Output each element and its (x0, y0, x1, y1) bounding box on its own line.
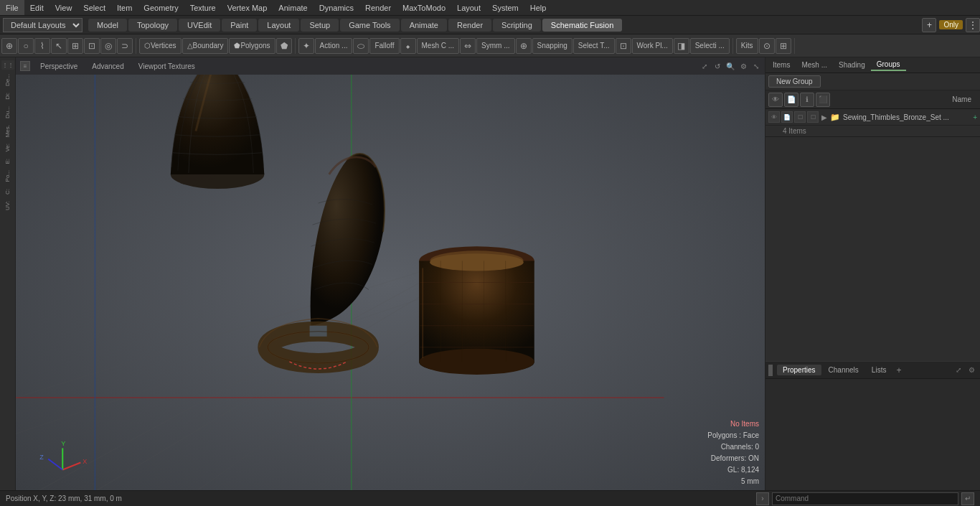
gi-eye-icon[interactable]: 👁 (768, 111, 780, 123)
prop-settings-icon[interactable]: ⚙ (966, 365, 977, 376)
tab-render[interactable]: Render (448, 19, 491, 32)
tool-icon-3[interactable]: ↖ (51, 38, 67, 54)
sidebar-item-c[interactable]: C: (3, 186, 12, 197)
menu-geometry[interactable]: Geometry (138, 0, 184, 15)
tool-icon-4[interactable]: ⊞ (67, 38, 83, 54)
menu-view[interactable]: View (50, 0, 78, 15)
viewport-refresh-icon[interactable]: ↺ (712, 60, 723, 72)
group-eye-icon[interactable]: 👁 (768, 93, 783, 107)
vertices-button[interactable]: ⬡ Vertices (139, 38, 182, 54)
kits-icon2[interactable]: ⊞ (776, 38, 791, 54)
snapping-icon[interactable]: ⊕ (516, 38, 532, 54)
command-arrow-icon[interactable]: › (756, 492, 769, 505)
command-input[interactable] (772, 492, 958, 505)
tab-setup[interactable]: Setup (301, 19, 339, 32)
tab-model[interactable]: Model (88, 19, 127, 32)
tab-paint[interactable]: Paint (222, 19, 257, 32)
prop-drag-handle[interactable] (768, 365, 773, 376)
group-square-icon[interactable]: ⬛ (816, 93, 830, 107)
menu-help[interactable]: Help (524, 0, 552, 15)
menu-file[interactable]: File (0, 0, 24, 15)
kits-icon1[interactable]: ⊙ (759, 38, 775, 54)
boundary-button[interactable]: △ Boundary (182, 38, 229, 54)
tab-shading[interactable]: Shading (833, 60, 871, 70)
workpl-button[interactable]: Work Pl... (632, 38, 673, 54)
sidebar-item-po[interactable]: Po... (3, 167, 12, 184)
tab-schematic-fusion[interactable]: Schematic Fusion (542, 19, 622, 32)
gi-check-icon2[interactable]: ☐ (807, 111, 819, 123)
menu-layout[interactable]: Layout (451, 0, 486, 15)
viewport-expand-icon[interactable]: ⤡ (750, 60, 762, 72)
tool-icon-6[interactable]: ◎ (100, 38, 116, 54)
viewport-search-icon[interactable]: 🔍 (725, 60, 736, 72)
prop-expand-icon[interactable]: ⤢ (953, 365, 964, 376)
sidebar-item-uv[interactable]: UV: (3, 198, 12, 213)
menu-render[interactable]: Render (359, 0, 397, 15)
menu-maxtomodo[interactable]: MaxToModo (397, 0, 451, 15)
layout-dropdown[interactable]: Default Layouts (3, 18, 83, 32)
tab-topology[interactable]: Topology (128, 19, 177, 32)
menu-system[interactable]: System (486, 0, 524, 15)
selecti-button[interactable]: Selecti ... (690, 38, 730, 54)
menu-dynamics[interactable]: Dynamics (314, 0, 359, 15)
meshc-icon[interactable]: ⬥ (400, 38, 416, 54)
group-item-row[interactable]: 👁 📄 ☐ ☐ ▶ 📁 Sewing_Thimbles_Bronze_Set .… (765, 109, 980, 126)
sidebar-item-e[interactable]: E: (3, 156, 12, 167)
selecti-icon[interactable]: ◨ (674, 38, 689, 54)
viewport-tab-textures[interactable]: Viewport Textures (134, 61, 199, 72)
star-only-badge[interactable]: Only (939, 20, 963, 29)
action-icon[interactable]: ✦ (298, 38, 314, 54)
tab-animate[interactable]: Animate (401, 19, 447, 32)
falloff-button[interactable]: Falloff (369, 38, 399, 54)
viewport-fit-icon[interactable]: ⤢ (699, 60, 710, 72)
sidebar-item-ve[interactable]: Ve: (3, 141, 12, 155)
menu-texture[interactable]: Texture (184, 0, 222, 15)
group-list[interactable]: 👁 📄 ☐ ☐ ▶ 📁 Sewing_Thimbles_Bronze_Set .… (765, 109, 980, 361)
polygons-button[interactable]: ⬟ Polygons (229, 38, 275, 54)
menu-item[interactable]: Item (111, 0, 138, 15)
tool-icon-5[interactable]: ⊡ (84, 38, 100, 54)
tab-uvedit[interactable]: UVEdit (179, 19, 220, 32)
tab-layout[interactable]: Layout (258, 19, 299, 32)
snapping-button[interactable]: Snapping (532, 38, 573, 54)
menu-animate[interactable]: Animate (273, 0, 313, 15)
viewport-tab-perspective[interactable]: Perspective (36, 61, 82, 72)
tool-icon-7[interactable]: ⊃ (117, 38, 133, 54)
sidebar-item-du[interactable]: Du... (3, 103, 12, 121)
action-button[interactable]: Action ... (315, 38, 353, 54)
tab-channels[interactable]: Channels (823, 365, 864, 375)
viewport-gear-icon[interactable]: ⚙ (738, 60, 749, 72)
menu-edit[interactable]: Edit (24, 0, 50, 15)
meshc-button[interactable]: Mesh C ... (417, 38, 460, 54)
command-submit-icon[interactable]: ↵ (961, 492, 974, 505)
menu-select[interactable]: Select (77, 0, 111, 15)
falloff-icon[interactable]: ⬭ (353, 38, 369, 54)
tab-game-tools[interactable]: Game Tools (340, 19, 400, 32)
tab-lists[interactable]: Lists (866, 365, 892, 375)
workpl-icon[interactable]: ⊡ (616, 38, 631, 54)
sidebar-item-mes[interactable]: Mes. (3, 122, 12, 140)
selectt-button[interactable]: Select T... (573, 38, 615, 54)
add-prop-tab-button[interactable]: + (893, 364, 904, 377)
sidebar-item-de[interactable]: De... (3, 71, 12, 89)
symm-button[interactable]: Symm ... (476, 38, 514, 54)
group-item-expand-icon[interactable]: ▶ (821, 113, 827, 121)
group-item-plus[interactable]: + (973, 113, 977, 121)
sidebar-item-di[interactable]: Di: (3, 90, 12, 103)
tab-mesh[interactable]: Mesh ... (796, 60, 833, 70)
tab-scripting[interactable]: Scripting (493, 19, 541, 32)
mode-icon-extra[interactable]: ⬟ (276, 38, 292, 54)
add-layout-button[interactable]: + (922, 18, 936, 32)
viewport-menu-icon[interactable]: ≡ (20, 61, 30, 71)
new-group-button[interactable]: New Group (768, 75, 821, 88)
viewport-tab-advanced[interactable]: Advanced (88, 61, 128, 72)
gi-lock-icon[interactable]: 📄 (781, 111, 793, 123)
gi-check-icon1[interactable]: ☐ (794, 111, 806, 123)
kits-button[interactable]: Kits (736, 38, 758, 54)
tab-properties[interactable]: Properties (777, 365, 821, 375)
group-doc-icon[interactable]: 📄 (784, 93, 798, 107)
viewport[interactable]: ≡ Perspective Advanced Viewport Textures… (16, 57, 765, 490)
group-info-icon[interactable]: ℹ (800, 93, 814, 107)
tab-groups[interactable]: Groups (871, 59, 906, 71)
menu-vertex-map[interactable]: Vertex Map (222, 0, 273, 15)
